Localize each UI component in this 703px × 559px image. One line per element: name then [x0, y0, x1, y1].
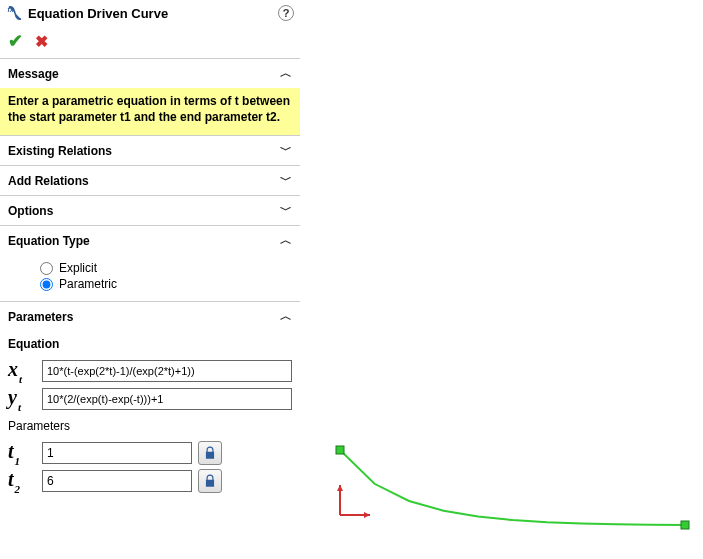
- graphics-canvas[interactable]: [300, 0, 703, 559]
- section-parameters-header[interactable]: Parameters ︿: [0, 301, 300, 331]
- radio-explicit[interactable]: [40, 262, 53, 275]
- section-existing-relations-title: Existing Relations: [8, 144, 112, 158]
- radio-parametric-label: Parametric: [59, 277, 117, 291]
- curve-endpoint[interactable]: [336, 446, 344, 454]
- section-existing-relations-header[interactable]: Existing Relations ﹀: [0, 135, 300, 165]
- panel-header: fx Equation Driven Curve ?: [0, 0, 300, 26]
- radio-parametric[interactable]: [40, 278, 53, 291]
- yt-row: yt: [8, 386, 292, 411]
- parameters-body: Equation xt yt Parameters t1 t2: [0, 331, 300, 504]
- t2-symbol: t2: [8, 468, 36, 493]
- parameters-label: Parameters: [8, 417, 292, 437]
- chevron-up-icon: ︿: [280, 308, 292, 325]
- chevron-down-icon: ﹀: [280, 142, 292, 159]
- message-body: Enter a parametric equation in terms of …: [0, 88, 300, 135]
- t1-row: t1: [8, 440, 292, 465]
- cancel-button[interactable]: ✖: [35, 32, 48, 51]
- svg-marker-4: [337, 485, 343, 491]
- equation-label: Equation: [8, 335, 292, 355]
- lock-icon: [203, 474, 217, 488]
- radio-explicit-label: Explicit: [59, 261, 97, 275]
- section-add-relations-title: Add Relations: [8, 174, 89, 188]
- t1-input[interactable]: [42, 442, 192, 464]
- radio-parametric-row[interactable]: Parametric: [40, 277, 292, 291]
- chevron-down-icon: ﹀: [280, 202, 292, 219]
- xt-row: xt: [8, 358, 292, 383]
- property-panel: fx Equation Driven Curve ? ✔ ✖ Message ︿…: [0, 0, 300, 559]
- section-equation-type-header[interactable]: Equation Type ︿: [0, 225, 300, 255]
- yt-symbol: yt: [8, 386, 36, 411]
- section-parameters-title: Parameters: [8, 310, 73, 324]
- t2-lock-button[interactable]: [198, 469, 222, 493]
- lock-icon: [203, 446, 217, 460]
- radio-explicit-row[interactable]: Explicit: [40, 261, 292, 275]
- xt-symbol: xt: [8, 358, 36, 383]
- section-options-title: Options: [8, 204, 53, 218]
- section-options-header[interactable]: Options ﹀: [0, 195, 300, 225]
- svg-text:fx: fx: [8, 6, 14, 13]
- section-equation-type-title: Equation Type: [8, 234, 90, 248]
- equation-curve-icon: fx: [6, 4, 24, 22]
- yt-input[interactable]: [42, 388, 292, 410]
- panel-title: Equation Driven Curve: [28, 6, 168, 21]
- chevron-down-icon: ﹀: [280, 172, 292, 189]
- chevron-up-icon: ︿: [280, 65, 292, 82]
- section-add-relations-header[interactable]: Add Relations ﹀: [0, 165, 300, 195]
- curve: [336, 446, 689, 529]
- origin-axes: [337, 485, 370, 518]
- curve-endpoint[interactable]: [681, 521, 689, 529]
- t1-lock-button[interactable]: [198, 441, 222, 465]
- action-row: ✔ ✖: [0, 26, 300, 58]
- equation-type-body: Explicit Parametric: [0, 255, 300, 301]
- help-icon[interactable]: ?: [278, 5, 294, 21]
- chevron-up-icon: ︿: [280, 232, 292, 249]
- t2-input[interactable]: [42, 470, 192, 492]
- t1-symbol: t1: [8, 440, 36, 465]
- svg-marker-2: [364, 512, 370, 518]
- t2-row: t2: [8, 468, 292, 493]
- section-message-title: Message: [8, 67, 59, 81]
- section-message-header[interactable]: Message ︿: [0, 58, 300, 88]
- ok-button[interactable]: ✔: [8, 30, 23, 52]
- xt-input[interactable]: [42, 360, 292, 382]
